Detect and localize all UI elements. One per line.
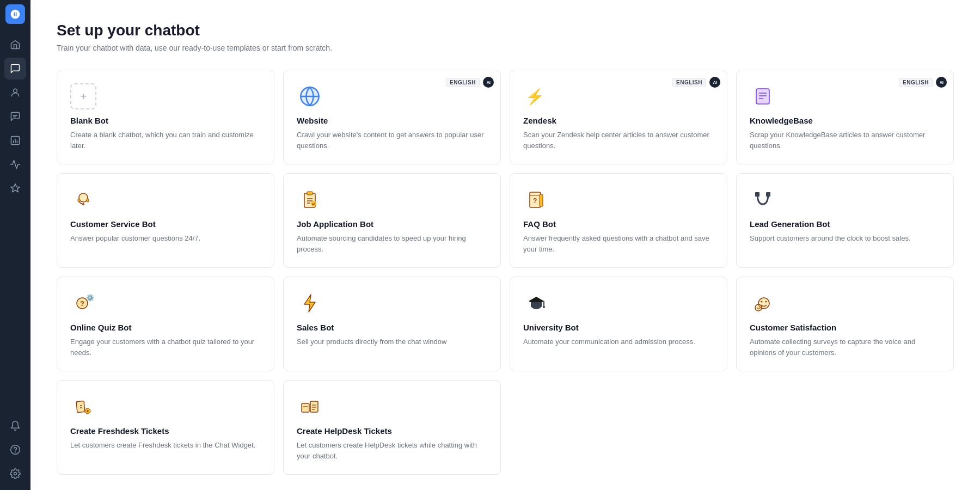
logo[interactable] [5, 4, 25, 24]
badge-english: ENGLISH [446, 78, 480, 87]
card-icon-headset [70, 187, 96, 213]
svg-rect-33 [766, 192, 770, 197]
svg-rect-32 [755, 192, 759, 197]
card-title: Online Quiz Bot [70, 323, 261, 332]
card-title: FAQ Bot [523, 219, 714, 229]
card-desc: Let customers create HelpDesk tickets wh… [297, 440, 487, 461]
card-icon-freshdesk [70, 394, 96, 420]
card-customer-satisfaction[interactable]: Customer Satisfaction Automate collectin… [736, 277, 954, 371]
badge-ai: AI [936, 77, 947, 88]
svg-text:?: ? [533, 197, 537, 205]
svg-marker-38 [304, 295, 315, 312]
card-sales-bot[interactable]: Sales Bot Sell your products directly fr… [283, 277, 501, 371]
card-university-bot[interactable]: University Bot Automate your communicati… [510, 277, 727, 371]
sidebar [0, 0, 30, 490]
main-content: Set up your chatbot Train your chatbot w… [30, 0, 980, 490]
card-title: Sales Bot [297, 323, 487, 332]
card-badges: ENGLISHAI [672, 77, 720, 88]
card-title: Customer Satisfaction [750, 323, 940, 332]
sidebar-item-settings[interactable] [4, 463, 26, 485]
card-badges: ENGLISHAI [446, 77, 494, 88]
badge-ai: AI [483, 77, 494, 88]
card-title: Website [297, 116, 487, 125]
svg-rect-51 [302, 403, 309, 412]
svg-point-44 [761, 301, 763, 303]
card-icon-satisfaction [750, 290, 776, 316]
card-job-application-bot[interactable]: Job Application Bot Automate sourcing ca… [283, 173, 501, 268]
card-icon-lightning [297, 290, 323, 316]
card-title: Blank Bot [70, 116, 261, 125]
svg-point-26 [311, 201, 316, 206]
badge-english: ENGLISH [672, 78, 706, 87]
card-desc: Automate collecting surveys to capture t… [750, 336, 940, 358]
card-lead-generation-bot[interactable]: Lead Generation Bot Support customers ar… [736, 173, 954, 268]
card-title: Job Application Bot [297, 219, 487, 229]
svg-point-0 [14, 89, 17, 93]
svg-rect-48 [76, 401, 85, 412]
svg-point-6 [14, 473, 17, 475]
svg-point-45 [765, 301, 767, 303]
card-icon-helpdesk [297, 394, 323, 420]
card-online-quiz-bot[interactable]: ?⚙️ Online Quiz Bot Engage your customer… [57, 277, 274, 371]
card-blank-bot[interactable]: + Blank Bot Create a blank chatbot, whic… [57, 70, 274, 164]
svg-rect-10 [756, 89, 769, 104]
card-title: University Bot [523, 323, 714, 332]
svg-rect-19 [87, 199, 89, 202]
sidebar-item-inbox[interactable] [4, 58, 26, 79]
svg-text:?: ? [80, 299, 84, 308]
sidebar-bottom [4, 414, 26, 486]
svg-rect-31 [540, 194, 543, 206]
svg-rect-18 [78, 199, 80, 202]
card-title: KnowledgeBase [750, 116, 940, 125]
card-desc: Crawl your website's content to get answ… [297, 130, 487, 151]
card-icon-clipboard [297, 187, 323, 213]
card-icon-knowledgebase [750, 83, 776, 109]
card-desc: Let customers create Freshdesk tickets i… [70, 440, 261, 451]
card-zendesk[interactable]: ENGLISHAI ⚡ Zendesk Scan your Zendesk he… [510, 70, 727, 164]
sidebar-item-notifications[interactable] [4, 415, 26, 437]
svg-rect-22 [307, 192, 313, 195]
card-desc: Create a blank chatbot, which you can tr… [70, 130, 261, 151]
card-title: Zendesk [523, 116, 714, 125]
card-title: Create HelpDesk Tickets [297, 426, 487, 436]
card-helpdesk[interactable]: Create HelpDesk Tickets Let customers cr… [283, 380, 501, 475]
card-customer-service-bot[interactable]: Customer Service Bot Answer popular cust… [57, 173, 274, 268]
card-desc: Scrap your KnowledgeBase articles to ans… [750, 130, 940, 151]
sidebar-item-help[interactable] [4, 439, 26, 461]
card-website[interactable]: ENGLISHAI Website Crawl your website's c… [283, 70, 501, 164]
sidebar-item-contacts[interactable] [4, 82, 26, 103]
card-desc: Answer popular customer questions 24/7. [70, 233, 261, 244]
page-title: Set up your chatbot [57, 22, 954, 39]
card-title: Create Freshdesk Tickets [70, 426, 261, 436]
card-faq-bot[interactable]: ? FAQ Bot Answer frequently asked questi… [510, 173, 727, 268]
card-icon-book: ? [523, 187, 549, 213]
card-desc: Scan your Zendesk help center articles t… [523, 130, 714, 151]
badge-ai: AI [709, 77, 720, 88]
card-title: Customer Service Bot [70, 219, 261, 229]
page-subtitle: Train your chatbot with data, use our re… [57, 44, 954, 52]
card-desc: Automate your communication and admissio… [523, 336, 714, 347]
card-icon-magnet [750, 187, 776, 213]
card-freshdesk[interactable]: Create Freshdesk Tickets Let customers c… [57, 380, 274, 475]
svg-rect-53 [310, 401, 318, 412]
svg-point-17 [82, 203, 84, 205]
card-title: Lead Generation Bot [750, 219, 940, 229]
svg-point-4 [11, 445, 20, 455]
sidebar-item-home[interactable] [4, 34, 26, 56]
card-desc: Answer frequently asked questions with a… [523, 233, 714, 254]
card-knowledgebase[interactable]: ENGLISHAI KnowledgeBase Scrap your Knowl… [736, 70, 954, 164]
sidebar-item-analytics[interactable] [4, 154, 26, 175]
sidebar-item-automation[interactable] [4, 177, 26, 199]
card-icon-plus: + [70, 83, 96, 109]
sidebar-item-chats[interactable] [4, 106, 26, 127]
card-desc: Automate sourcing candidates to speed up… [297, 233, 487, 254]
card-badges: ENGLISHAI [899, 77, 947, 88]
card-desc: Engage your customers with a chatbot qui… [70, 336, 261, 358]
svg-point-41 [543, 306, 545, 308]
svg-text:⚡: ⚡ [525, 88, 544, 106]
card-desc: Support customers around the clock to bo… [750, 233, 940, 244]
sidebar-item-reports[interactable] [4, 130, 26, 151]
cards-grid: + Blank Bot Create a blank chatbot, whic… [57, 70, 954, 475]
card-desc: Sell your products directly from the cha… [297, 336, 487, 347]
card-icon-zendesk: ⚡ [523, 83, 549, 109]
